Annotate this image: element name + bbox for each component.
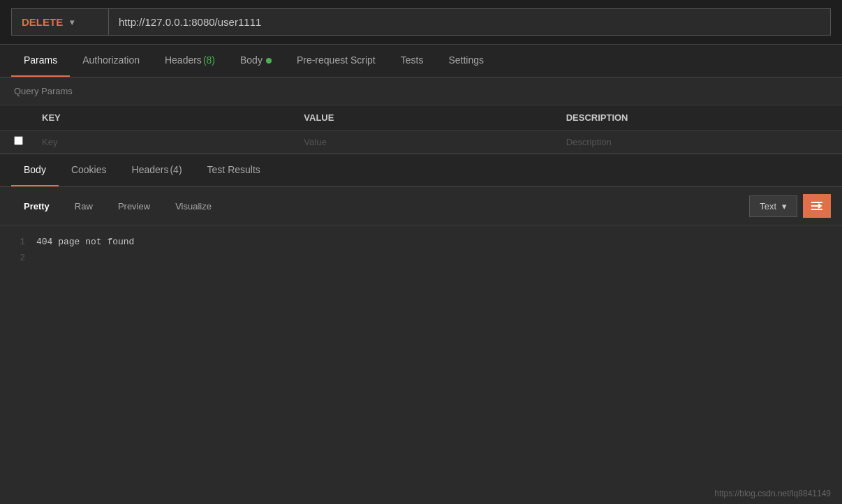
response-body: 1 2 404 page not found bbox=[0, 225, 842, 493]
text-dropdown-label: Text bbox=[760, 201, 776, 212]
key-input[interactable] bbox=[42, 137, 304, 147]
format-tab-visualize[interactable]: Visualize bbox=[163, 195, 224, 217]
tab-settings[interactable]: Settings bbox=[436, 45, 496, 77]
response-toolbar: Pretty Raw Preview Visualize Text ▾ bbox=[0, 187, 842, 225]
param-checkbox[interactable] bbox=[14, 136, 23, 145]
code-line-1: 404 page not found bbox=[36, 234, 134, 250]
method-label: DELETE bbox=[22, 16, 63, 28]
value-input[interactable] bbox=[304, 137, 566, 147]
row-checkbox[interactable] bbox=[14, 136, 42, 147]
tab-authorization[interactable]: Authorization bbox=[70, 45, 152, 77]
response-tabs: Body Cookies Headers(4) Test Results bbox=[0, 154, 842, 187]
key-column-header: KEY bbox=[42, 112, 304, 123]
check-column-header bbox=[14, 112, 42, 123]
dropdown-chevron-icon: ▾ bbox=[782, 201, 787, 212]
format-tab-preview[interactable]: Preview bbox=[105, 195, 163, 217]
request-tabs: Params Authorization Headers(8) Body Pre… bbox=[0, 45, 842, 77]
resp-tab-test-results[interactable]: Test Results bbox=[195, 154, 273, 186]
format-tabs: Pretty Raw Preview Visualize bbox=[11, 195, 224, 217]
tab-headers[interactable]: Headers(8) bbox=[152, 45, 228, 77]
line-number-2: 2 bbox=[11, 250, 25, 266]
text-format-dropdown[interactable]: Text ▾ bbox=[749, 195, 797, 217]
wrap-lines-icon bbox=[810, 199, 824, 213]
format-tab-pretty[interactable]: Pretty bbox=[11, 195, 62, 217]
tab-body[interactable]: Body bbox=[228, 45, 284, 77]
value-column-header: VALUE bbox=[304, 112, 566, 123]
line-numbers: 1 2 bbox=[11, 234, 25, 267]
chevron-down-icon: ▾ bbox=[70, 17, 74, 27]
desc-input[interactable] bbox=[566, 137, 828, 147]
method-selector[interactable]: DELETE ▾ bbox=[11, 8, 109, 36]
wrap-lines-button[interactable] bbox=[803, 194, 831, 218]
body-dot-indicator bbox=[266, 58, 272, 64]
resp-tab-body[interactable]: Body bbox=[11, 154, 59, 186]
params-table: KEY VALUE DESCRIPTION bbox=[0, 105, 842, 154]
line-number-1: 1 bbox=[11, 234, 25, 250]
code-content: 404 page not found bbox=[36, 234, 134, 267]
url-bar: DELETE ▾ bbox=[0, 0, 842, 45]
tab-pre-request-script[interactable]: Pre-request Script bbox=[284, 45, 388, 77]
params-row bbox=[0, 131, 842, 154]
resp-tab-cookies[interactable]: Cookies bbox=[59, 154, 119, 186]
format-tab-raw[interactable]: Raw bbox=[62, 195, 105, 217]
resp-tab-headers[interactable]: Headers(4) bbox=[119, 154, 195, 186]
url-input[interactable] bbox=[109, 8, 831, 36]
code-area: 1 2 404 page not found bbox=[11, 234, 831, 267]
params-table-header: KEY VALUE DESCRIPTION bbox=[0, 105, 842, 131]
footer-url: https://blog.csdn.net/lq8841149 bbox=[714, 489, 831, 498]
tab-params[interactable]: Params bbox=[11, 45, 70, 77]
query-params-section-label: Query Params bbox=[0, 77, 842, 105]
tab-tests[interactable]: Tests bbox=[388, 45, 436, 77]
desc-column-header: DESCRIPTION bbox=[566, 112, 828, 123]
